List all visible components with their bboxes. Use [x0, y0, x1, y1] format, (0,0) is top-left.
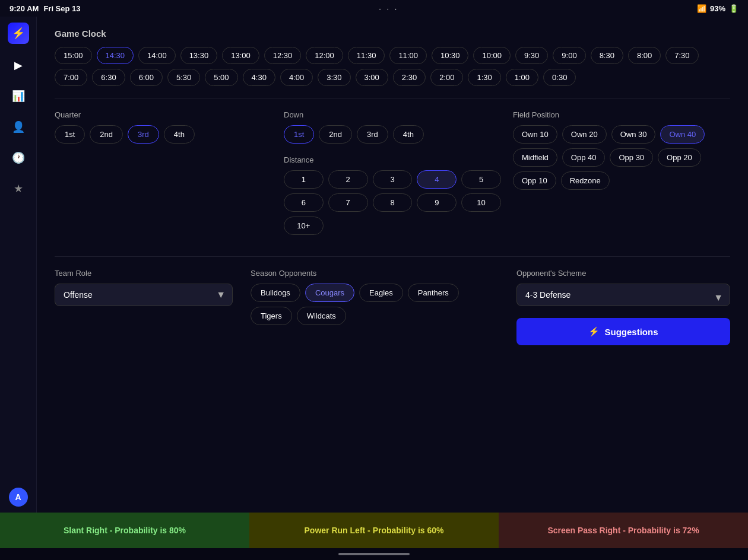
distance-btn[interactable]: 1	[284, 170, 324, 189]
field-pos-btn[interactable]: Opp 20	[658, 148, 701, 167]
sidebar-item-play[interactable]: ▶	[9, 56, 28, 75]
suggestion-card-0[interactable]: Slant Right - Probability is 80%	[0, 513, 249, 548]
distance-btn[interactable]: 8	[373, 193, 413, 212]
distance-btn[interactable]: 7	[328, 193, 368, 212]
field-pos-btn[interactable]: Opp 30	[610, 148, 653, 167]
suggestion-card-1[interactable]: Power Run Left - Probability is 60%	[249, 513, 499, 548]
suggestions-footer: Slant Right - Probability is 80%Power Ru…	[0, 513, 748, 548]
clock-btn[interactable]: 3:30	[318, 69, 350, 86]
sidebar-item-star[interactable]: ★	[9, 179, 28, 198]
clock-btn[interactable]: 15:00	[55, 47, 92, 64]
status-date: Fri Sep 13	[43, 4, 80, 13]
clock-btn[interactable]: 8:00	[628, 47, 661, 64]
clock-btn[interactable]: 6:30	[92, 69, 125, 86]
opponent-btn[interactable]: Tigers	[251, 307, 292, 325]
field-pos-btn[interactable]: Midfield	[513, 148, 557, 167]
clock-btn[interactable]: 6:00	[130, 69, 163, 86]
down-btn[interactable]: 3rd	[357, 125, 388, 144]
clock-btn[interactable]: 10:00	[473, 47, 511, 64]
clock-btn[interactable]: 2:00	[430, 69, 463, 86]
clock-grid: 15:0014:3014:0013:3013:0012:3012:0011:30…	[55, 47, 730, 86]
suggestions-button[interactable]: ⚡ Suggestions	[516, 318, 730, 345]
battery-percent: 93%	[710, 4, 725, 13]
opponent-btn[interactable]: Eagles	[359, 284, 403, 302]
down-btn[interactable]: 2nd	[319, 125, 352, 144]
clock-btn[interactable]: 5:30	[167, 69, 200, 86]
clock-btn[interactable]: 8:30	[591, 47, 623, 64]
clock-btn[interactable]: 4:00	[280, 69, 313, 86]
clock-btn[interactable]: 14:00	[138, 47, 176, 64]
opponent-scheme-col: Opponent's Scheme 4-3 Defense3-4 Defense…	[516, 269, 730, 345]
distance-btn[interactable]: 5	[461, 170, 501, 189]
scheme-select[interactable]: 4-3 Defense3-4 DefenseCover 2Cover 3Zone…	[516, 284, 730, 306]
suggestions-icon: ⚡	[588, 326, 600, 337]
field-pos-group: Field Position Own 10Own 20Own 30Own 40M…	[513, 110, 730, 190]
app-logo[interactable]: ⚡	[8, 23, 29, 44]
suggestion-card-2[interactable]: Screen Pass Right - Probability is 72%	[499, 513, 748, 548]
field-pos-btn[interactable]: Own 20	[562, 125, 607, 144]
down-btn[interactable]: 1st	[284, 125, 314, 144]
quarter-btn[interactable]: 4th	[164, 125, 195, 144]
clock-btn[interactable]: 0:30	[543, 69, 576, 86]
field-pos-btn[interactable]: Opp 10	[513, 171, 556, 190]
avatar[interactable]: A	[9, 488, 28, 507]
team-role-label: Team Role	[55, 269, 233, 278]
clock-btn[interactable]: 1:30	[468, 69, 500, 86]
status-left: 9:20 AM Fri Sep 13	[9, 4, 81, 13]
clock-btn[interactable]: 1:00	[506, 69, 538, 86]
distance-btn[interactable]: 10	[461, 193, 501, 212]
down-btn[interactable]: 4th	[393, 125, 424, 144]
clock-btn[interactable]: 12:30	[264, 47, 302, 64]
quarter-btn[interactable]: 1st	[55, 125, 85, 144]
settings-row: Quarter 1st2nd3rd4th Down 1st2nd3rd4th D…	[55, 110, 730, 244]
clock-btn[interactable]: 11:30	[348, 47, 385, 64]
distance-btn[interactable]: 9	[417, 193, 457, 212]
clock-btn[interactable]: 4:30	[243, 69, 275, 86]
clock-btn[interactable]: 11:00	[389, 47, 427, 64]
distance-btn[interactable]: 2	[328, 170, 368, 189]
clock-btn[interactable]: 9:00	[553, 47, 585, 64]
distance-group: Distance 1234567891010+	[284, 155, 501, 235]
distance-btn[interactable]: 10+	[284, 217, 324, 235]
sidebar-item-chart[interactable]: 📊	[9, 87, 28, 106]
opponent-scheme-label: Opponent's Scheme	[516, 269, 730, 278]
game-clock-title: Game Clock	[55, 28, 730, 39]
opponent-btn[interactable]: Bulldogs	[251, 284, 300, 302]
clock-btn[interactable]: 13:00	[222, 47, 259, 64]
clock-btn[interactable]: 5:00	[205, 69, 237, 86]
opponent-btn[interactable]: Wildcats	[297, 307, 346, 325]
team-role-select[interactable]: OffenseDefenseSpecial Teams	[55, 284, 233, 306]
field-pos-btn[interactable]: Own 40	[660, 125, 705, 144]
distance-btn[interactable]: 3	[373, 170, 413, 189]
bottom-section: Team Role OffenseDefenseSpecial Teams ▼ …	[55, 269, 730, 345]
field-pos-btn[interactable]: Own 30	[611, 125, 656, 144]
status-dots: · · ·	[379, 4, 398, 13]
opponent-btn[interactable]: Panthers	[408, 284, 459, 302]
quarter-btn[interactable]: 2nd	[90, 125, 123, 144]
team-role-select-wrapper: OffenseDefenseSpecial Teams ▼	[55, 284, 233, 306]
clock-btn[interactable]: 14:30	[97, 47, 134, 64]
clock-btn[interactable]: 2:30	[393, 69, 426, 86]
distance-btn[interactable]: 4	[417, 170, 457, 189]
quarter-buttons: 1st2nd3rd4th	[55, 125, 272, 144]
quarter-btn[interactable]: 3rd	[128, 125, 159, 144]
field-pos-btn[interactable]: Own 10	[513, 125, 557, 144]
field-pos-btn[interactable]: Redzone	[561, 171, 610, 190]
clock-btn[interactable]: 3:00	[356, 69, 388, 86]
field-pos-btn[interactable]: Opp 40	[562, 148, 606, 167]
quarter-label: Quarter	[55, 110, 272, 119]
status-right: 📶 93% 🔋	[697, 4, 739, 13]
clock-btn[interactable]: 7:00	[55, 69, 87, 86]
clock-btn[interactable]: 9:30	[515, 47, 548, 64]
quarter-down-col: Quarter 1st2nd3rd4th	[55, 110, 272, 153]
sidebar-item-clock[interactable]: 🕐	[9, 148, 28, 167]
clock-btn[interactable]: 13:30	[180, 47, 218, 64]
clock-btn[interactable]: 10:30	[432, 47, 469, 64]
quarter-group: Quarter 1st2nd3rd4th	[55, 110, 272, 144]
distance-btn[interactable]: 6	[284, 193, 324, 212]
clock-btn[interactable]: 12:00	[306, 47, 343, 64]
sidebar-item-person[interactable]: 👤	[9, 117, 28, 136]
clock-btn[interactable]: 7:30	[665, 47, 698, 64]
opponent-btn[interactable]: Cougars	[305, 284, 354, 302]
sidebar-bottom: A	[9, 488, 28, 507]
